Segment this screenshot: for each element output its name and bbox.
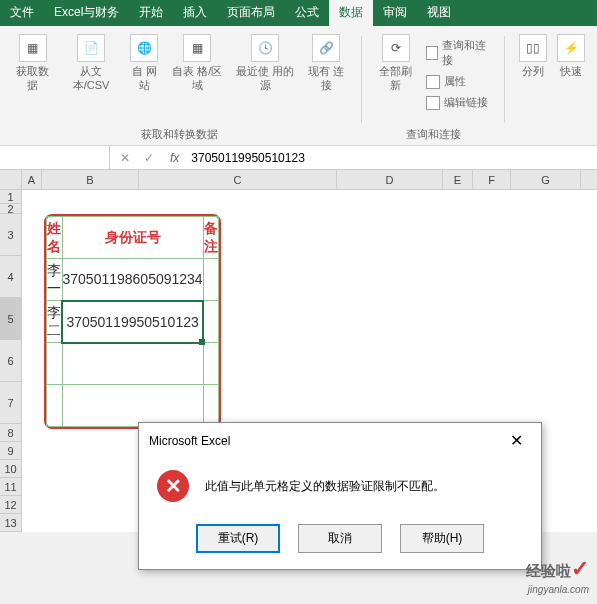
row-header[interactable]: 11 — [0, 478, 22, 496]
validation-error-dialog: Microsoft Excel ✕ ✕ 此值与此单元格定义的数据验证限制不匹配。… — [138, 422, 542, 570]
formula-bar: ✕ ✓ fx — [0, 146, 597, 170]
col-header-b[interactable]: B — [42, 170, 139, 189]
cell[interactable] — [203, 343, 218, 385]
table-icon: ▦ — [183, 34, 211, 62]
cell[interactable]: 李二 — [47, 301, 63, 343]
tab-excel-finance[interactable]: Excel与财务 — [44, 0, 129, 26]
cell[interactable] — [203, 385, 218, 427]
row-header[interactable]: 3 — [0, 214, 22, 256]
row-header[interactable]: 4 — [0, 256, 22, 298]
col-header-c[interactable]: C — [139, 170, 337, 189]
recent-icon: 🕓 — [251, 34, 279, 62]
row-header[interactable]: 8 — [0, 424, 22, 442]
col-header-g[interactable]: G — [511, 170, 581, 189]
cell[interactable] — [47, 385, 63, 427]
data-table: 姓名 身份证号 备 注 李一 370501198605091234 李二 370… — [44, 214, 221, 429]
error-icon: ✕ — [157, 470, 189, 502]
cancel-entry-button[interactable]: ✕ — [116, 151, 134, 165]
row-header[interactable]: 2 — [0, 204, 22, 214]
header-name[interactable]: 姓名 — [47, 217, 63, 259]
cell[interactable] — [203, 259, 218, 301]
formula-input[interactable] — [185, 151, 597, 165]
tab-data[interactable]: 数据 — [329, 0, 373, 26]
row-header[interactable]: 5 — [0, 298, 22, 340]
row-header[interactable]: 7 — [0, 382, 22, 424]
recent-sources-button[interactable]: 🕓最近使 用的源 — [230, 32, 299, 124]
close-button[interactable]: ✕ — [501, 431, 531, 450]
tab-review[interactable]: 审阅 — [373, 0, 417, 26]
cell[interactable] — [47, 343, 63, 385]
tab-home[interactable]: 开始 — [129, 0, 173, 26]
tab-formula[interactable]: 公式 — [285, 0, 329, 26]
cell[interactable] — [62, 385, 203, 427]
cell[interactable] — [62, 343, 203, 385]
retry-button[interactable]: 重试(R) — [196, 524, 280, 553]
properties-button[interactable]: 属性 — [422, 72, 495, 91]
col-header-d[interactable]: D — [337, 170, 443, 189]
row-header[interactable]: 10 — [0, 460, 22, 478]
existing-conn-button[interactable]: 🔗现有 连接 — [302, 32, 352, 124]
select-all-corner[interactable] — [0, 170, 22, 189]
flash-icon: ⚡ — [557, 34, 585, 62]
active-cell[interactable]: 37050119950510123 — [62, 301, 203, 343]
name-box[interactable] — [0, 146, 110, 169]
ribbon-tab-bar: 文件 Excel与财务 开始 插入 页面布局 公式 数据 审阅 视图 — [0, 0, 597, 26]
ribbon: ▦获取数 据 📄从文 本/CSV 🌐自 网站 ▦自表 格/区域 🕓最近使 用的源… — [0, 26, 597, 146]
check-icon: ✓ — [571, 556, 589, 581]
fx-icon[interactable]: fx — [164, 151, 185, 165]
refresh-icon: ⟳ — [382, 34, 410, 62]
row-header[interactable]: 12 — [0, 496, 22, 514]
col-header-f[interactable]: F — [473, 170, 511, 189]
query-icon — [426, 46, 438, 60]
fill-handle[interactable] — [199, 339, 205, 345]
tab-layout[interactable]: 页面布局 — [217, 0, 285, 26]
from-csv-button[interactable]: 📄从文 本/CSV — [60, 32, 123, 124]
split-icon: ▯▯ — [519, 34, 547, 62]
file-icon: 📄 — [77, 34, 105, 62]
row-headers: 1 2 3 4 5 6 7 8 9 10 11 12 13 — [0, 190, 22, 532]
group-label-transform: 获取和转换数据 — [8, 124, 351, 145]
cell[interactable]: 李一 — [47, 259, 63, 301]
row-header[interactable]: 9 — [0, 442, 22, 460]
cell[interactable]: 370501198605091234 — [62, 259, 203, 301]
help-button[interactable]: 帮助(H) — [400, 524, 484, 553]
cancel-button[interactable]: 取消 — [298, 524, 382, 553]
props-icon — [426, 75, 440, 89]
cell[interactable] — [203, 301, 218, 343]
refresh-all-button[interactable]: ⟳全部刷新 — [372, 32, 419, 124]
header-id[interactable]: 身份证号 — [62, 217, 203, 259]
row-header[interactable]: 13 — [0, 514, 22, 532]
from-table-button[interactable]: ▦自表 格/区域 — [166, 32, 228, 124]
links-icon — [426, 96, 440, 110]
connection-icon: 🔗 — [312, 34, 340, 62]
row-header[interactable]: 6 — [0, 340, 22, 382]
dialog-message: 此值与此单元格定义的数据验证限制不匹配。 — [205, 478, 523, 495]
text-to-columns-button[interactable]: ▯▯分列 — [515, 32, 551, 127]
tab-file[interactable]: 文件 — [0, 0, 44, 26]
tab-insert[interactable]: 插入 — [173, 0, 217, 26]
confirm-entry-button[interactable]: ✓ — [140, 151, 158, 165]
col-header-e[interactable]: E — [443, 170, 473, 189]
dialog-title: Microsoft Excel — [149, 434, 230, 448]
watermark: 经验啦✓ jingyanla.com — [526, 556, 589, 596]
column-headers: A B C D E F G — [0, 170, 597, 190]
get-data-button[interactable]: ▦获取数 据 — [8, 32, 58, 124]
edit-links-button[interactable]: 编辑链接 — [422, 93, 495, 112]
queries-conn-button[interactable]: 查询和连接 — [422, 36, 495, 70]
database-icon: ▦ — [19, 34, 47, 62]
from-web-button[interactable]: 🌐自 网站 — [124, 32, 164, 124]
header-note[interactable]: 备 注 — [203, 217, 218, 259]
globe-icon: 🌐 — [130, 34, 158, 62]
tab-view[interactable]: 视图 — [417, 0, 461, 26]
group-label-queries: 查询和连接 — [372, 124, 494, 145]
col-header-a[interactable]: A — [22, 170, 42, 189]
flash-fill-button[interactable]: ⚡快速 — [553, 32, 589, 127]
